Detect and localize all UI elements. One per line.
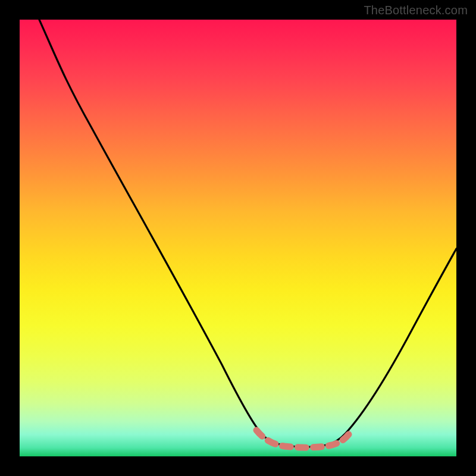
chart-canvas: TheBottleneck.com: [0, 0, 476, 476]
watermark-text: TheBottleneck.com: [364, 4, 468, 17]
curve-path: [39, 20, 456, 447]
valley-marker: [256, 430, 349, 447]
plot-area: [20, 20, 456, 456]
bottleneck-curve: [20, 20, 456, 456]
